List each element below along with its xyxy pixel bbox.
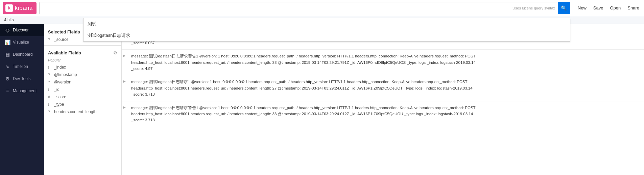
version-type-badge: ?	[48, 80, 52, 84]
kibana-k-icon: k	[5, 4, 13, 12]
expand-icon-3[interactable]: ▶	[123, 105, 126, 109]
search-input[interactable]: 测试	[40, 2, 510, 14]
score-field-name: _score	[54, 95, 66, 99]
timestamp-type-badge: ?	[48, 73, 52, 77]
save-button[interactable]: Save	[591, 4, 605, 12]
nav-item-management[interactable]: ≡ Management	[0, 85, 44, 97]
field-item-id[interactable]: t _id	[44, 86, 121, 93]
result-row-1: ▶ message: 测试logstash日志请求警告1 @version: 1…	[122, 50, 644, 75]
search-syntax-hint: Uses lucene query syntax	[510, 6, 558, 10]
search-bar: 测试 Uses lucene query syntax 🔍	[39, 2, 570, 14]
autocomplete-dropdown: 测试 测试logstash日志请求	[83, 18, 570, 42]
kibana-wordmark: kibana	[15, 5, 33, 11]
nav-label-discover: Discover	[13, 28, 29, 32]
share-button[interactable]: Share	[625, 4, 641, 12]
score-type-badge: #	[48, 95, 52, 99]
content-length-type-badge: ?	[48, 110, 52, 114]
field-item-score[interactable]: # _score	[44, 93, 121, 101]
id-field-name: _id	[54, 87, 59, 92]
nav-label-timelion: Timelion	[13, 64, 28, 69]
timelion-icon: ∿	[5, 64, 10, 69]
result-text-3: message: 测试logstash日志请求警告1 @version: 1 h…	[127, 105, 639, 123]
result-text-2: message: 测试logstash日志请求1 @version: 1 hos…	[127, 79, 639, 97]
index-type-badge: t	[48, 66, 52, 69]
top-actions: New Save Open Share	[576, 4, 641, 12]
kibana-logo[interactable]: k kibana	[3, 2, 37, 14]
fields-gear-icon[interactable]: ⚙	[113, 50, 117, 55]
field-item-content-length[interactable]: ? headers.content_length	[44, 108, 121, 116]
open-button[interactable]: Open	[608, 4, 623, 12]
panel-divider	[44, 45, 121, 46]
type-type-badge: t	[48, 103, 52, 106]
result-row-3: ▶ message: 测试logstash日志请求警告1 @version: 1…	[122, 101, 644, 127]
id-type-badge: t	[48, 88, 52, 92]
field-item-type[interactable]: t _type	[44, 101, 121, 108]
nav-label-devtools: Dev Tools	[13, 76, 30, 81]
new-button[interactable]: New	[576, 4, 589, 12]
popular-label: Popular	[44, 57, 121, 64]
source-field-name: _source	[54, 37, 69, 42]
devtools-icon: ⚙	[5, 76, 10, 81]
discover-icon: ◎	[5, 27, 10, 33]
nav-label-dashboard: Dashboard	[13, 52, 33, 57]
nav-item-devtools[interactable]: ⚙ Dev Tools	[0, 73, 44, 85]
nav-item-discover[interactable]: ◎ Discover	[0, 24, 44, 36]
autocomplete-item-0[interactable]: 测试	[84, 18, 570, 30]
autocomplete-item-1[interactable]: 测试logstash日志请求	[84, 30, 570, 41]
source-type-badge: ?	[48, 38, 52, 42]
type-field-name: _type	[54, 102, 64, 107]
search-wrapper: 测试 Uses lucene query syntax 🔍 测试 测试logst…	[39, 2, 570, 14]
field-item-timestamp[interactable]: ? @timestamp	[44, 71, 121, 78]
available-fields-header: Available Fields ⚙	[44, 48, 121, 57]
field-item-index[interactable]: t _index	[44, 64, 121, 71]
index-field-name: _index	[54, 65, 66, 70]
nav-item-visualize[interactable]: 📊 Visualize	[0, 36, 44, 48]
management-icon: ≡	[5, 88, 10, 94]
nav-item-timelion[interactable]: ∿ Timelion	[0, 60, 44, 73]
nav-label-visualize: Visualize	[13, 40, 29, 45]
version-field-name: @version	[54, 80, 71, 84]
nav-item-dashboard[interactable]: ▦ Dashboard	[0, 48, 44, 60]
content-length-field-name: headers.content_length	[54, 109, 96, 114]
hits-count: 4 hits	[4, 18, 14, 22]
expand-icon-2[interactable]: ▶	[123, 79, 126, 83]
main-content: ▶ message: 测试logstash日志请求1 @version: 1 h…	[122, 24, 644, 175]
field-item-version[interactable]: ? @version	[44, 78, 121, 86]
search-button[interactable]: 🔍	[558, 2, 570, 14]
available-fields-title: Available Fields	[48, 50, 81, 55]
nav-label-management: Management	[13, 89, 37, 93]
result-text-1: message: 测试logstash日志请求警告1 @version: 1 h…	[127, 53, 639, 72]
expand-icon-1[interactable]: ▶	[123, 54, 126, 57]
result-row-2: ▶ message: 测试logstash日志请求1 @version: 1 h…	[122, 75, 644, 101]
timestamp-field-name: @timestamp	[54, 72, 77, 77]
visualize-icon: 📊	[5, 40, 10, 45]
dashboard-icon: ▦	[5, 52, 10, 57]
left-nav: ◎ Discover 📊 Visualize ▦ Dashboard ∿ Tim…	[0, 24, 44, 175]
search-icon: 🔍	[561, 5, 567, 11]
left-panel: Selected Fields ? _source Available Fiel…	[44, 24, 122, 175]
